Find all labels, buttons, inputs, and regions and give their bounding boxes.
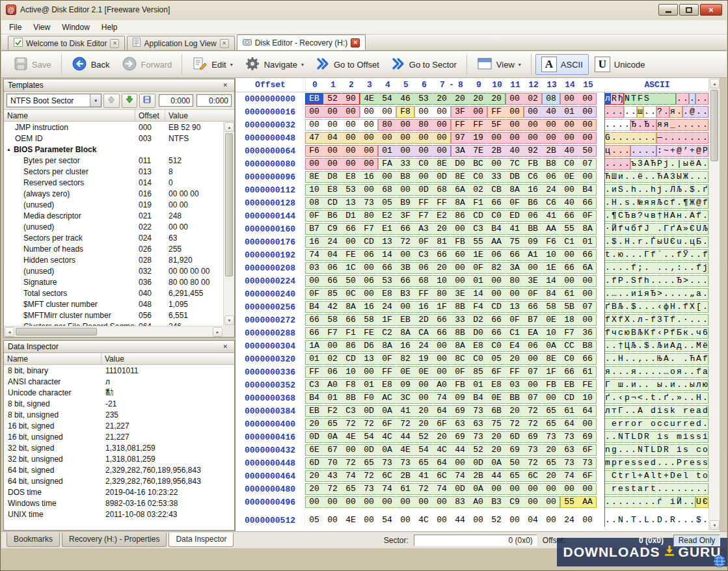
ascii-char[interactable]: .: [702, 236, 708, 248]
ascii-char[interactable]: .: [637, 119, 643, 131]
hex-byte[interactable]: 00: [360, 366, 378, 378]
hex-byte[interactable]: FE: [342, 249, 360, 261]
hex-byte[interactable]: 14: [469, 288, 487, 300]
ascii-char[interactable]: .: [604, 158, 611, 170]
hex-byte[interactable]: 33: [396, 158, 414, 170]
hex-byte[interactable]: 43: [323, 470, 342, 482]
hex-byte[interactable]: 00: [433, 366, 451, 378]
ascii-char[interactable]: r: [617, 418, 624, 430]
ascii-char[interactable]: f: [702, 197, 708, 209]
ascii-char[interactable]: .: [676, 93, 682, 105]
ascii-char[interactable]: .: [650, 496, 656, 508]
ascii-char[interactable]: .: [676, 288, 682, 300]
hex-byte[interactable]: C6: [524, 171, 542, 183]
ascii-char[interactable]: .: [663, 275, 669, 287]
hex-byte[interactable]: 6F: [378, 418, 396, 430]
ascii-char[interactable]: D: [656, 514, 663, 526]
inspector-row[interactable]: ANSI characterл: [4, 376, 234, 387]
ascii-char[interactable]: .: [656, 457, 663, 469]
ascii-char[interactable]: i: [682, 431, 689, 443]
hex-byte[interactable]: 6E: [305, 444, 323, 456]
ascii-char[interactable]: р: [624, 392, 630, 404]
ascii-char[interactable]: .: [676, 314, 682, 326]
ascii-char[interactable]: r: [624, 418, 630, 430]
hex-byte[interactable]: 00: [396, 184, 414, 196]
hex-byte[interactable]: 73: [560, 457, 578, 469]
hex-byte[interactable]: 00: [578, 418, 597, 430]
ascii-char[interactable]: [650, 93, 656, 105]
hex-byte[interactable]: C9: [323, 223, 342, 235]
ascii-char[interactable]: [643, 418, 650, 430]
ascii-char[interactable]: |: [676, 158, 682, 170]
hex-byte[interactable]: B6: [323, 210, 342, 222]
hex-byte[interactable]: 63: [469, 418, 487, 430]
ascii-char[interactable]: R: [669, 514, 676, 526]
hex-byte[interactable]: 00: [542, 514, 560, 526]
ascii-char[interactable]: P: [617, 275, 624, 287]
ascii-char[interactable]: .: [630, 145, 637, 157]
hex-byte[interactable]: 00: [560, 275, 578, 287]
ascii-char[interactable]: r: [637, 236, 643, 248]
forward-button[interactable]: Forward: [116, 53, 178, 76]
ascii-char[interactable]: s: [663, 405, 669, 417]
hex-byte[interactable]: 85: [323, 288, 342, 300]
ascii-char[interactable]: u: [676, 236, 682, 248]
ascii-char[interactable]: ч: [695, 327, 702, 339]
hex-byte[interactable]: 8B: [451, 327, 469, 339]
hex-byte[interactable]: 8A: [396, 327, 414, 339]
template-row[interactable]: Media descriptor021248: [4, 210, 223, 221]
ascii-char[interactable]: [: [695, 301, 702, 313]
hex-byte[interactable]: F7: [414, 210, 433, 222]
ascii-char[interactable]: .: [650, 366, 656, 378]
hex-byte[interactable]: 0E: [542, 314, 560, 326]
hex-byte[interactable]: 2B: [487, 145, 506, 157]
hex-byte[interactable]: 53: [378, 275, 396, 287]
hex-byte[interactable]: 8E: [305, 171, 323, 183]
hex-byte[interactable]: 44: [451, 444, 469, 456]
hex-byte[interactable]: 00: [542, 496, 560, 508]
hex-byte[interactable]: 69: [578, 431, 597, 443]
hex-byte[interactable]: 10: [578, 392, 597, 404]
ascii-char[interactable]: .: [682, 392, 689, 404]
ascii-char[interactable]: e: [611, 418, 617, 430]
ascii-char[interactable]: .: [604, 496, 611, 508]
hex-byte[interactable]: 00: [414, 392, 433, 404]
ascii-char[interactable]: ґ: [604, 301, 611, 313]
hex-byte[interactable]: 73: [360, 197, 378, 209]
hex-byte[interactable]: B4: [469, 392, 487, 404]
hex-byte[interactable]: 83: [451, 496, 469, 508]
hex-byte[interactable]: F6: [305, 145, 323, 157]
hex-byte[interactable]: 72: [524, 418, 542, 430]
ascii-char[interactable]: A: [637, 405, 643, 417]
ascii-char[interactable]: .: [604, 236, 611, 248]
ascii-char[interactable]: m: [676, 431, 682, 443]
hex-byte[interactable]: EA: [524, 327, 542, 339]
ascii-char[interactable]: t: [656, 470, 663, 482]
hex-byte[interactable]: 0C: [342, 288, 360, 300]
hex-byte[interactable]: 3E: [524, 275, 542, 287]
hex-byte[interactable]: 00: [487, 275, 506, 287]
ascii-char[interactable]: .: [656, 366, 663, 378]
ascii-char[interactable]: .: [650, 514, 656, 526]
ascii-char[interactable]: .: [676, 106, 682, 118]
ascii-char[interactable]: .: [676, 483, 682, 495]
hex-byte[interactable]: 3F: [451, 106, 469, 118]
hex-byte[interactable]: 10: [542, 249, 560, 261]
ascii-char[interactable]: .: [611, 431, 617, 443]
ascii-char[interactable]: p: [611, 457, 617, 469]
hex-byte[interactable]: 72: [342, 457, 360, 469]
ascii-char[interactable]: .: [689, 262, 695, 274]
ascii-char[interactable]: .: [643, 262, 650, 274]
ascii-char[interactable]: А: [695, 353, 702, 365]
hex-byte[interactable]: 06: [487, 249, 506, 261]
hex-byte[interactable]: 1A: [305, 340, 323, 352]
hex-byte[interactable]: 14: [542, 275, 560, 287]
ascii-char[interactable]: .: [682, 483, 689, 495]
ascii-char[interactable]: .: [689, 119, 695, 131]
ascii-char[interactable]: ф: [663, 301, 669, 313]
ascii-char[interactable]: .: [656, 262, 663, 274]
ascii-char[interactable]: $: [689, 184, 695, 196]
scroll-down-icon[interactable]: ▼: [710, 520, 720, 530]
hex-byte[interactable]: 75: [487, 418, 506, 430]
hex-byte[interactable]: 0A: [378, 405, 396, 417]
